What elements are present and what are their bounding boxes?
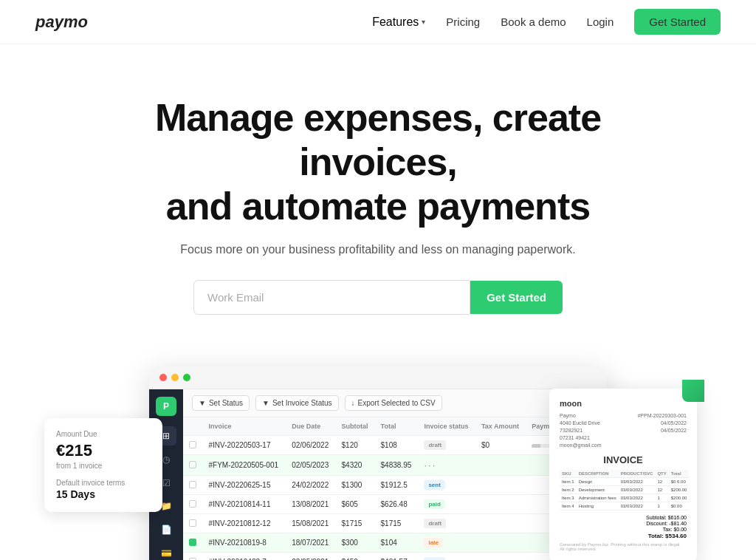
invoices-table-container: Invoice Due Date Subtotal Total Invoice … bbox=[183, 417, 607, 560]
table-row[interactable]: #INV-20210423-7 23/05/2021 $450 $481.57 … bbox=[183, 553, 607, 560]
amount-due-card: Amount Due €215 from 1 invoice Default i… bbox=[44, 418, 162, 512]
invoice-line-item: Item 2 Development 03/03/2022 12 $200.00 bbox=[560, 486, 689, 494]
invoice-from-address: Paymo 4040 Euclid Drive 73282921 07231 4… bbox=[560, 412, 602, 448]
close-window-button[interactable] bbox=[159, 374, 167, 381]
invoice-header: Paymo 4040 Euclid Drive 73282921 07231 4… bbox=[560, 412, 687, 448]
invoice-status-icon: ▼ bbox=[262, 399, 269, 407]
export-csv-button[interactable]: ↓ Export Selected to CSV bbox=[345, 395, 442, 411]
hero-section: Manage expenses, create invoices, and au… bbox=[0, 44, 756, 344]
table-row[interactable]: #INV-20210814-11 13/08/2021 $605 $626.48… bbox=[183, 495, 607, 514]
row-checkbox[interactable] bbox=[189, 539, 196, 546]
set-status-icon: ▼ bbox=[199, 399, 206, 407]
export-icon: ↓ bbox=[351, 399, 355, 407]
sidebar-logo: P bbox=[156, 397, 176, 416]
status-badge: paid bbox=[424, 499, 444, 509]
set-invoice-status-button[interactable]: ▼ Set Invoice Status bbox=[255, 395, 339, 411]
screenshots-section: Amount Due €215 from 1 invoice Default i… bbox=[0, 344, 756, 560]
invoice-footer: Generated by Paymo.biz. Printing without… bbox=[560, 542, 687, 551]
row-checkbox[interactable] bbox=[189, 519, 196, 527]
maximize-window-button[interactable] bbox=[183, 374, 190, 381]
invoice-line-item: Item 4 Hosting 03/03/2022 1 $0.00 bbox=[560, 502, 689, 511]
invoice-line-items-table: SKU DESCRIPTION PRODUCT/SVC QTY Total It… bbox=[560, 470, 689, 511]
app-body: P ⊞ ◷ ☑ 📁 📄 💳 📊 👤 ⚙ ▼ Set Status bbox=[149, 389, 607, 560]
row-checkbox[interactable] bbox=[189, 500, 196, 508]
table-row[interactable]: #FYM-20220505-001 02/05/2023 $4320 $4838… bbox=[183, 455, 607, 476]
col-tax[interactable]: Tax Amount bbox=[475, 417, 526, 436]
col-invoice[interactable]: Invoice bbox=[203, 417, 286, 436]
nav-login[interactable]: Login bbox=[587, 16, 614, 28]
nav-logo: paymo bbox=[35, 13, 88, 32]
table-row[interactable]: #INV-20210819-8 18/07/2021 $300 $104 lat… bbox=[183, 533, 607, 553]
sidebar-item-invoices[interactable]: 📄 bbox=[156, 520, 176, 539]
work-email-input[interactable] bbox=[193, 280, 470, 315]
status-badge: late bbox=[424, 538, 443, 547]
status-badge: sent bbox=[424, 480, 444, 490]
nav-cta-button[interactable]: Get Started bbox=[634, 9, 721, 35]
nav-demo[interactable]: Book a demo bbox=[501, 16, 566, 28]
table-row[interactable]: #INV-20220503-17 02/06/2022 $120 $108 dr… bbox=[183, 436, 607, 455]
col-checkbox bbox=[183, 417, 203, 436]
col-duedate[interactable]: Due Date bbox=[286, 417, 335, 436]
minimize-window-button[interactable] bbox=[171, 374, 179, 381]
app-main-panel: ▼ Set Status ▼ Set Invoice Status ↓ Expo… bbox=[183, 389, 607, 560]
invoices-table: Invoice Due Date Subtotal Total Invoice … bbox=[183, 417, 607, 560]
nav-pricing[interactable]: Pricing bbox=[446, 16, 480, 28]
amount-due-label: Amount Due bbox=[56, 430, 151, 438]
col-status[interactable]: Invoice status bbox=[418, 417, 475, 436]
invoice-meta: #PPM-20220303-001 04/05/2022 04/05/2022 bbox=[637, 412, 687, 448]
invoice-totals: Subtotal: $616.00 Discount: -$81.40 Tax:… bbox=[560, 515, 687, 539]
invoice-company-logo: moon bbox=[560, 399, 687, 408]
table-row[interactable]: #INV-20210812-12 15/08/2021 $1715 $1715 … bbox=[183, 514, 607, 533]
app-window: P ⊞ ◷ ☑ 📁 📄 💳 📊 👤 ⚙ ▼ Set Status bbox=[149, 366, 607, 560]
hero-subtitle: Focus more on your business profitabilit… bbox=[15, 243, 741, 256]
nav-links: Features ▾ Pricing Book a demo Login Get… bbox=[372, 9, 721, 35]
hero-form: Get Started bbox=[193, 280, 563, 315]
invoice-terms-label: Default invoice terms bbox=[56, 479, 151, 487]
invoice-line-item: Item 3 Administration fees 03/03/2022 1 … bbox=[560, 494, 689, 502]
invoice-line-item: Item 1 Design 03/03/2022 12 $0 6.00 bbox=[560, 478, 689, 486]
toolbar: ▼ Set Status ▼ Set Invoice Status ↓ Expo… bbox=[183, 389, 607, 417]
col-subtotal[interactable]: Subtotal bbox=[336, 417, 375, 436]
sidebar-item-expenses[interactable]: 💳 bbox=[156, 544, 176, 560]
row-checkbox[interactable] bbox=[189, 441, 196, 448]
navbar: paymo Features ▾ Pricing Book a demo Log… bbox=[0, 0, 756, 44]
set-status-button[interactable]: ▼ Set Status bbox=[192, 395, 250, 411]
row-checkbox[interactable] bbox=[189, 461, 196, 468]
hero-get-started-button[interactable]: Get Started bbox=[470, 281, 563, 314]
amount-due-value: €215 bbox=[56, 441, 151, 460]
amount-due-sub: from 1 invoice bbox=[56, 462, 151, 470]
hero-headline: Manage expenses, create invoices, and au… bbox=[120, 96, 636, 228]
nav-features-dropdown[interactable]: Features ▾ bbox=[372, 16, 425, 29]
col-total[interactable]: Total bbox=[375, 417, 419, 436]
row-checkbox[interactable] bbox=[189, 481, 196, 488]
window-titlebar bbox=[149, 366, 607, 389]
invoice-terms-value: 15 Days bbox=[56, 488, 151, 500]
status-badge: draft bbox=[424, 519, 446, 528]
status-badge: sent bbox=[424, 557, 444, 560]
status-badge: draft bbox=[424, 440, 446, 450]
corner-accent bbox=[682, 380, 704, 402]
chevron-down-icon: ▾ bbox=[422, 18, 425, 26]
invoice-preview-card: moon Paymo 4040 Euclid Drive 73282921 07… bbox=[549, 389, 697, 560]
table-header-row: Invoice Due Date Subtotal Total Invoice … bbox=[183, 417, 607, 436]
invoice-title: INVOICE bbox=[560, 454, 687, 465]
table-row[interactable]: #INV-20220625-15 24/02/2022 $1300 $1912.… bbox=[183, 476, 607, 495]
